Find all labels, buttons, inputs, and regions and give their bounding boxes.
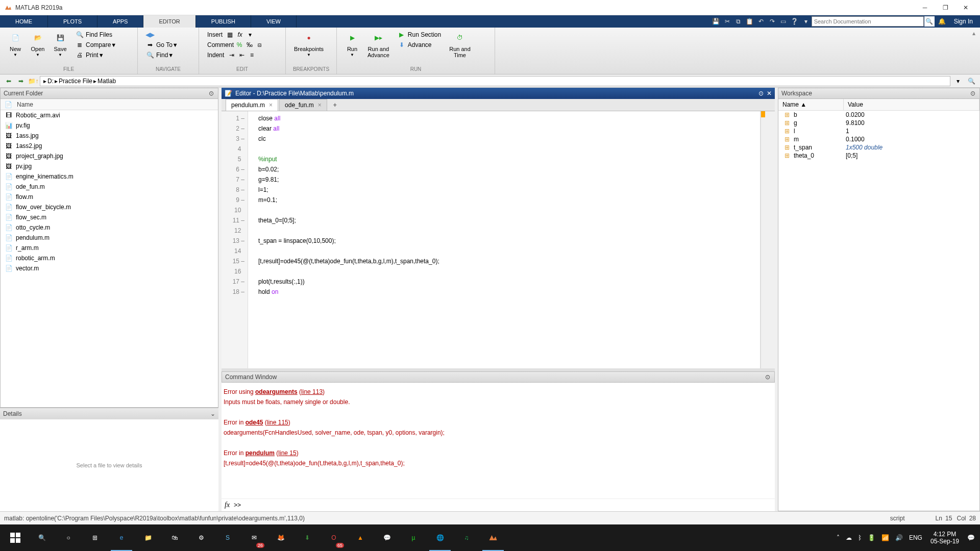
mail-icon[interactable]: ✉26 bbox=[241, 524, 267, 551]
run-advance-button[interactable]: ▶▸Run and Advance bbox=[365, 30, 391, 59]
save-button[interactable]: 💾Save▼ bbox=[51, 30, 69, 59]
undo-icon[interactable]: ↶ bbox=[756, 16, 766, 27]
chrome-icon[interactable]: 🌐 bbox=[427, 524, 453, 551]
tray-up-icon[interactable]: ˄ bbox=[837, 534, 840, 541]
details-collapse-icon[interactable]: ⌄ bbox=[210, 410, 215, 417]
workspace-header[interactable]: Name ▲ Value bbox=[778, 99, 979, 111]
tab-editor[interactable]: EDITOR bbox=[143, 15, 195, 28]
insert-button[interactable]: Insert ▦fx▾ bbox=[205, 30, 279, 40]
file-item[interactable]: 🖼1ass.jpg bbox=[1, 131, 218, 141]
path-search-icon[interactable]: 🔍 bbox=[966, 76, 977, 87]
file-item[interactable]: 📄engine_kinematics.m bbox=[1, 171, 218, 182]
workspace-variable[interactable]: ⊞m0.1000 bbox=[778, 135, 979, 143]
file-item[interactable]: 📄robotic_arm.m bbox=[1, 253, 218, 263]
tab-home[interactable]: HOME bbox=[0, 15, 48, 28]
matlab-taskbar-icon[interactable] bbox=[480, 524, 506, 551]
search-taskbar-icon[interactable]: 🔍 bbox=[29, 524, 55, 551]
battery-icon[interactable]: 🔋 bbox=[868, 534, 875, 541]
file-item[interactable]: 🎞Robotic_arm.avi bbox=[1, 110, 218, 120]
notification-bell-icon[interactable]: 🔔 bbox=[938, 18, 946, 25]
taskbar-clock[interactable]: 4:12 PM 05-Sep-19 bbox=[930, 531, 959, 545]
path-dropdown-icon[interactable]: ▾ bbox=[952, 76, 964, 87]
editor-tab-pendulum[interactable]: pendulum.m× bbox=[226, 99, 278, 111]
breakpoints-button[interactable]: ●Breakpoints▼ bbox=[292, 30, 326, 59]
spotify-icon[interactable]: ♫ bbox=[453, 524, 480, 551]
redo-icon[interactable]: ↷ bbox=[767, 16, 777, 27]
bluetooth-icon[interactable]: ᛒ bbox=[858, 534, 862, 541]
editor-close-icon[interactable]: ✕ bbox=[767, 90, 772, 97]
run-time-button[interactable]: ⏱Run and Time bbox=[447, 30, 473, 59]
tab-apps[interactable]: APPS bbox=[97, 15, 143, 28]
file-item[interactable]: 📄r_arm.m bbox=[1, 243, 218, 253]
workspace-variable[interactable]: ⊞g9.8100 bbox=[778, 119, 979, 127]
find-button[interactable]: 🔍Find ▼ bbox=[144, 50, 180, 60]
collapse-ribbon-icon[interactable]: ▴ bbox=[972, 30, 975, 37]
advance-button[interactable]: ⬇Advance bbox=[396, 40, 443, 50]
path-input[interactable]: ▸ D:▸ Practice File▸ Matlab bbox=[40, 76, 950, 86]
editor-tab-odefun[interactable]: ode_fun.m× bbox=[279, 99, 327, 111]
new-button[interactable]: 📄New▼ bbox=[6, 30, 24, 59]
utorrent-icon[interactable]: µ bbox=[400, 524, 427, 551]
folder-columns-header[interactable]: 📄 Name bbox=[1, 99, 218, 110]
forward-icon[interactable]: ➡ bbox=[15, 76, 27, 87]
back-icon[interactable]: ⬅ bbox=[3, 76, 14, 87]
comment-button[interactable]: Comment %‰⦻ bbox=[205, 40, 279, 50]
command-prompt[interactable]: fx >> bbox=[222, 498, 775, 511]
editor-actions-icon[interactable]: ⊙ bbox=[758, 90, 764, 97]
file-item[interactable]: 📄ode_fun.m bbox=[1, 182, 218, 192]
file-item[interactable]: 🖼project_graph.jpg bbox=[1, 151, 218, 161]
bookmark-button[interactable]: ◀▶ bbox=[144, 30, 180, 40]
opera-icon[interactable]: O65 bbox=[321, 524, 347, 551]
taskview-icon[interactable]: ⊞ bbox=[82, 524, 108, 551]
add-tab-button[interactable]: + bbox=[328, 99, 342, 111]
file-item[interactable]: 📄vector.m bbox=[1, 263, 218, 273]
language-indicator[interactable]: ENG bbox=[909, 534, 922, 541]
cut-icon[interactable]: ✂ bbox=[722, 16, 732, 27]
wifi-icon[interactable]: 📶 bbox=[881, 534, 889, 541]
file-item[interactable]: 📄flow_over_bicycle.m bbox=[1, 202, 218, 212]
code-editor[interactable]: 1 – 2 – 3 – 4 5 6 – 7 – 8 – 9 –10 11 –12… bbox=[222, 111, 775, 368]
command-window-output[interactable]: Error using odearguments (line 113) Inpu… bbox=[222, 383, 775, 498]
workspace-variable[interactable]: ⊞l1 bbox=[778, 127, 979, 135]
indent-button[interactable]: Indent ⇥⇤≡ bbox=[205, 50, 279, 60]
code-minimap[interactable] bbox=[761, 111, 775, 368]
pane-actions-icon[interactable]: ⊙ bbox=[208, 90, 215, 97]
file-item[interactable]: 📊pv.fig bbox=[1, 120, 218, 131]
file-item[interactable]: 📄otto_cycle.m bbox=[1, 222, 218, 233]
store-icon[interactable]: 🛍 bbox=[161, 524, 188, 551]
workspace-variable[interactable]: ⊞b0.0200 bbox=[778, 111, 979, 119]
close-button[interactable]: ✕ bbox=[955, 1, 976, 15]
switch-windows-icon[interactable]: ▭ bbox=[778, 16, 789, 27]
whatsapp-icon[interactable]: 💬 bbox=[374, 524, 400, 551]
volume-icon[interactable]: 🔊 bbox=[895, 534, 903, 541]
close-tab-icon[interactable]: × bbox=[269, 102, 273, 109]
notifications-icon[interactable]: 💬 bbox=[967, 534, 975, 541]
compare-button[interactable]: ≣Compare ▼ bbox=[74, 40, 118, 50]
help-icon[interactable]: ❔ bbox=[790, 16, 800, 27]
tab-publish[interactable]: PUBLISH bbox=[196, 15, 251, 28]
print-button[interactable]: 🖨Print ▼ bbox=[74, 50, 118, 60]
vlc-icon[interactable]: ▲ bbox=[347, 524, 374, 551]
settings-icon[interactable]: ⚙ bbox=[188, 524, 214, 551]
file-item[interactable]: 📄flow.m bbox=[1, 192, 218, 202]
help-dropdown-icon[interactable]: ▾ bbox=[801, 16, 811, 27]
runsection-button[interactable]: ▶Run Section bbox=[396, 30, 443, 40]
tab-plots[interactable]: PLOTS bbox=[48, 15, 97, 28]
explorer-icon[interactable]: 📁 bbox=[135, 524, 161, 551]
copy-icon[interactable]: ⧉ bbox=[733, 16, 744, 27]
cmdwin-actions-icon[interactable]: ⊙ bbox=[764, 373, 771, 381]
up-icon[interactable]: 📁↑ bbox=[28, 76, 39, 87]
paste-icon[interactable]: 📋 bbox=[745, 16, 755, 27]
idm-icon[interactable]: ⬇ bbox=[294, 524, 321, 551]
cortana-icon[interactable]: ○ bbox=[55, 524, 82, 551]
firefox-icon[interactable]: 🦊 bbox=[267, 524, 294, 551]
workspace-variable[interactable]: ⊞t_span1x500 double bbox=[778, 143, 979, 152]
edge-icon[interactable]: e bbox=[108, 524, 135, 551]
search-icon[interactable]: 🔍 bbox=[924, 16, 935, 27]
save-icon[interactable]: 💾 bbox=[711, 16, 721, 27]
findfiles-button[interactable]: 🔍Find Files bbox=[74, 30, 118, 40]
file-item[interactable]: 🖼1ass2.jpg bbox=[1, 141, 218, 151]
skype-icon[interactable]: S bbox=[214, 524, 241, 551]
start-button[interactable] bbox=[2, 524, 29, 551]
search-input[interactable] bbox=[812, 16, 924, 27]
